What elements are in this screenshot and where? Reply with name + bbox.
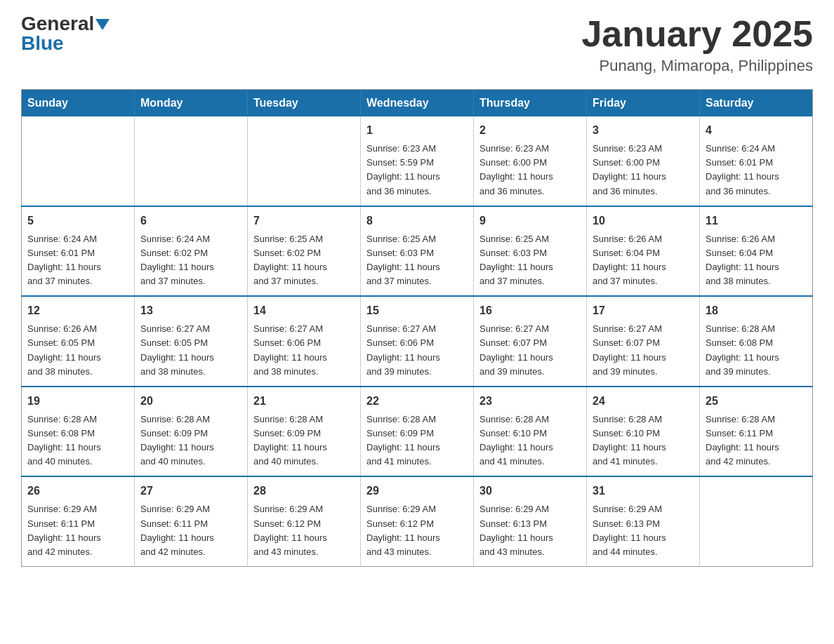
logo-triangle-icon [95,19,110,30]
day-info: Sunrise: 6:25 AM Sunset: 6:03 PM Dayligh… [366,232,468,289]
calendar-cell: 6Sunrise: 6:24 AM Sunset: 6:02 PM Daylig… [135,206,248,297]
calendar-cell: 20Sunrise: 6:28 AM Sunset: 6:09 PM Dayli… [135,387,248,477]
day-number: 7 [253,213,355,229]
calendar-body: 1Sunrise: 6:23 AM Sunset: 5:59 PM Daylig… [22,116,813,566]
day-number: 30 [479,483,581,499]
calendar-week-2: 5Sunrise: 6:24 AM Sunset: 6:01 PM Daylig… [22,206,813,297]
day-number: 15 [366,302,468,319]
day-number: 31 [593,483,694,499]
day-number: 29 [366,483,468,499]
day-number: 25 [706,393,807,410]
day-info: Sunrise: 6:26 AM Sunset: 6:05 PM Dayligh… [27,322,128,379]
calendar-cell [700,476,813,566]
calendar-header-row: SundayMondayTuesdayWednesdayThursdayFrid… [22,90,813,117]
day-info: Sunrise: 6:23 AM Sunset: 5:59 PM Dayligh… [366,142,468,199]
day-number: 4 [706,122,807,139]
day-number: 12 [27,302,128,319]
calendar-week-3: 12Sunrise: 6:26 AM Sunset: 6:05 PM Dayli… [22,296,813,387]
day-info: Sunrise: 6:28 AM Sunset: 6:10 PM Dayligh… [593,412,694,469]
calendar-cell: 31Sunrise: 6:29 AM Sunset: 6:13 PM Dayli… [587,476,700,566]
day-info: Sunrise: 6:29 AM Sunset: 6:12 PM Dayligh… [366,502,468,559]
day-number: 16 [479,302,581,319]
day-number: 13 [140,302,241,319]
calendar-cell: 15Sunrise: 6:27 AM Sunset: 6:06 PM Dayli… [361,296,474,387]
day-number: 14 [253,302,355,319]
calendar-cell: 22Sunrise: 6:28 AM Sunset: 6:09 PM Dayli… [361,387,474,477]
logo-general-row: General [21,14,110,34]
calendar-cell: 9Sunrise: 6:25 AM Sunset: 6:03 PM Daylig… [474,206,587,297]
logo-general-text: General [21,13,94,34]
calendar-cell: 21Sunrise: 6:28 AM Sunset: 6:09 PM Dayli… [248,387,361,477]
day-info: Sunrise: 6:26 AM Sunset: 6:04 PM Dayligh… [706,232,807,289]
logo: General Blue [21,14,110,53]
title-block: January 2025 Punang, Mimaropa, Philippin… [581,14,813,75]
calendar-week-4: 19Sunrise: 6:28 AM Sunset: 6:08 PM Dayli… [22,387,813,477]
page-header: General Blue January 2025 Punang, Mimaro… [21,14,813,75]
day-info: Sunrise: 6:23 AM Sunset: 6:00 PM Dayligh… [479,142,581,199]
day-number: 2 [479,122,581,139]
day-number: 26 [27,483,128,499]
calendar-cell [135,116,248,206]
calendar-cell: 14Sunrise: 6:27 AM Sunset: 6:06 PM Dayli… [248,296,361,387]
header-monday: Monday [135,90,248,117]
day-info: Sunrise: 6:28 AM Sunset: 6:10 PM Dayligh… [479,412,581,469]
day-number: 8 [366,213,468,229]
calendar-cell [22,116,135,206]
calendar-table: SundayMondayTuesdayWednesdayThursdayFrid… [21,89,813,567]
day-info: Sunrise: 6:29 AM Sunset: 6:11 PM Dayligh… [27,502,128,559]
calendar-cell: 7Sunrise: 6:25 AM Sunset: 6:02 PM Daylig… [248,206,361,297]
calendar-cell: 23Sunrise: 6:28 AM Sunset: 6:10 PM Dayli… [474,387,587,477]
header-wednesday: Wednesday [361,90,474,117]
header-sunday: Sunday [22,90,135,117]
calendar-cell: 25Sunrise: 6:28 AM Sunset: 6:11 PM Dayli… [700,387,813,477]
day-info: Sunrise: 6:27 AM Sunset: 6:06 PM Dayligh… [253,322,355,379]
day-info: Sunrise: 6:28 AM Sunset: 6:11 PM Dayligh… [706,412,807,469]
day-info: Sunrise: 6:28 AM Sunset: 6:09 PM Dayligh… [253,412,355,469]
calendar-cell: 29Sunrise: 6:29 AM Sunset: 6:12 PM Dayli… [361,476,474,566]
day-number: 19 [27,393,128,410]
day-number: 9 [479,213,581,229]
calendar-cell: 10Sunrise: 6:26 AM Sunset: 6:04 PM Dayli… [587,206,700,297]
day-info: Sunrise: 6:25 AM Sunset: 6:02 PM Dayligh… [253,232,355,289]
day-info: Sunrise: 6:24 AM Sunset: 6:01 PM Dayligh… [27,232,128,289]
day-info: Sunrise: 6:27 AM Sunset: 6:07 PM Dayligh… [593,322,694,379]
calendar-cell: 17Sunrise: 6:27 AM Sunset: 6:07 PM Dayli… [587,296,700,387]
calendar-cell: 16Sunrise: 6:27 AM Sunset: 6:07 PM Dayli… [474,296,587,387]
day-info: Sunrise: 6:27 AM Sunset: 6:05 PM Dayligh… [140,322,241,379]
calendar-cell: 1Sunrise: 6:23 AM Sunset: 5:59 PM Daylig… [361,116,474,206]
header-tuesday: Tuesday [248,90,361,117]
day-info: Sunrise: 6:24 AM Sunset: 6:02 PM Dayligh… [140,232,241,289]
day-info: Sunrise: 6:28 AM Sunset: 6:08 PM Dayligh… [27,412,128,469]
calendar-cell: 18Sunrise: 6:28 AM Sunset: 6:08 PM Dayli… [700,296,813,387]
calendar-cell: 2Sunrise: 6:23 AM Sunset: 6:00 PM Daylig… [474,116,587,206]
calendar-cell: 28Sunrise: 6:29 AM Sunset: 6:12 PM Dayli… [248,476,361,566]
header-friday: Friday [587,90,700,117]
calendar-week-5: 26Sunrise: 6:29 AM Sunset: 6:11 PM Dayli… [22,476,813,566]
calendar-cell: 4Sunrise: 6:24 AM Sunset: 6:01 PM Daylig… [700,116,813,206]
day-number: 6 [140,213,241,229]
day-info: Sunrise: 6:28 AM Sunset: 6:09 PM Dayligh… [366,412,468,469]
day-info: Sunrise: 6:28 AM Sunset: 6:08 PM Dayligh… [706,322,807,379]
day-number: 20 [140,393,241,410]
calendar-cell: 24Sunrise: 6:28 AM Sunset: 6:10 PM Dayli… [587,387,700,477]
day-info: Sunrise: 6:24 AM Sunset: 6:01 PM Dayligh… [706,142,807,199]
calendar-cell: 19Sunrise: 6:28 AM Sunset: 6:08 PM Dayli… [22,387,135,477]
day-info: Sunrise: 6:29 AM Sunset: 6:13 PM Dayligh… [593,502,694,559]
location-title: Punang, Mimaropa, Philippines [581,57,813,75]
day-info: Sunrise: 6:27 AM Sunset: 6:07 PM Dayligh… [479,322,581,379]
calendar-week-1: 1Sunrise: 6:23 AM Sunset: 5:59 PM Daylig… [22,116,813,206]
day-number: 3 [593,122,694,139]
day-number: 1 [366,122,468,139]
day-info: Sunrise: 6:29 AM Sunset: 6:13 PM Dayligh… [479,502,581,559]
calendar-cell: 11Sunrise: 6:26 AM Sunset: 6:04 PM Dayli… [700,206,813,297]
calendar-cell: 3Sunrise: 6:23 AM Sunset: 6:00 PM Daylig… [587,116,700,206]
calendar-cell: 13Sunrise: 6:27 AM Sunset: 6:05 PM Dayli… [135,296,248,387]
day-number: 28 [253,483,355,499]
header-thursday: Thursday [474,90,587,117]
month-title: January 2025 [581,14,813,54]
logo-blue-row: Blue [21,34,64,53]
day-number: 10 [593,213,694,229]
calendar-cell: 5Sunrise: 6:24 AM Sunset: 6:01 PM Daylig… [22,206,135,297]
day-info: Sunrise: 6:26 AM Sunset: 6:04 PM Dayligh… [593,232,694,289]
day-number: 11 [706,213,807,229]
